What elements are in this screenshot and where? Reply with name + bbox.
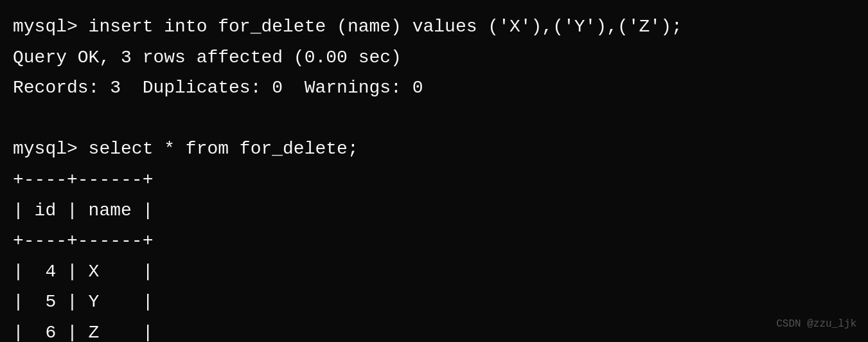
watermark: CSDN @zzu_ljk — [776, 316, 856, 333]
terminal-content: mysql> insert into for_delete (name) val… — [13, 12, 855, 342]
terminal-window: mysql> insert into for_delete (name) val… — [0, 0, 868, 342]
